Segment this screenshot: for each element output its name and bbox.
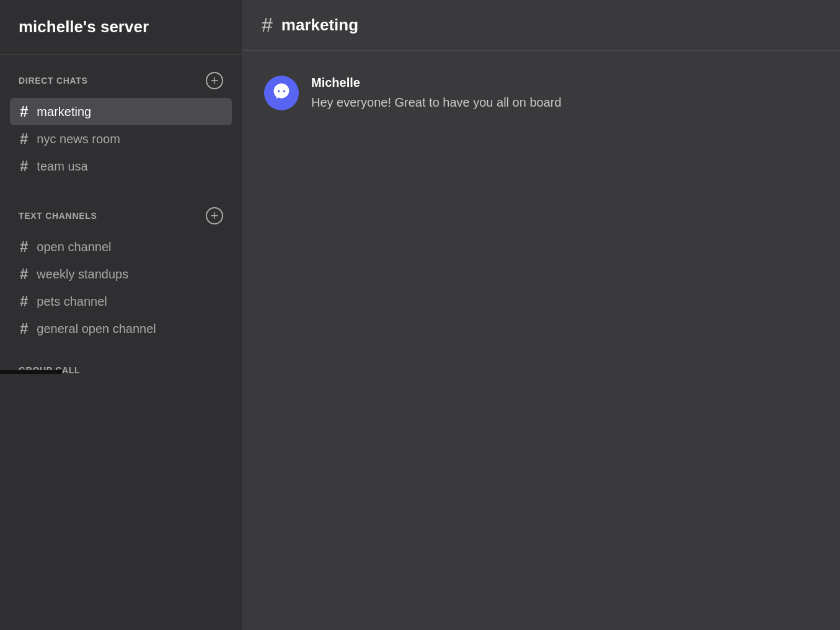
channel-header: # marketing <box>242 0 840 51</box>
channel-item-general-open-channel[interactable]: # general open channel <box>10 315 232 342</box>
channel-item-weekly-standups[interactable]: # weekly standups <box>10 260 232 288</box>
channel-name: nyc news room <box>37 132 120 146</box>
hash-icon: # <box>20 321 28 336</box>
message-text: Hey everyone! Great to have you all on b… <box>311 94 562 111</box>
svg-point-1 <box>283 90 286 92</box>
direct-chats-section-header: DIRECT CHATS + <box>0 55 242 98</box>
channel-item-team-usa[interactable]: # team usa <box>10 153 232 180</box>
hash-icon: # <box>20 294 28 309</box>
channel-name: marketing <box>37 105 91 119</box>
channel-name: team usa <box>37 159 87 174</box>
text-channels-label: TEXT CHANNELS <box>19 211 97 221</box>
arrow-annotation <box>0 361 62 383</box>
message-item: Michelle Hey everyone! Great to have you… <box>264 76 818 111</box>
channel-header-name: marketing <box>281 16 358 35</box>
channel-name: general open channel <box>37 322 156 336</box>
group-call-section: GROUP CALL <box>0 347 242 384</box>
sidebar: michelle's server DIRECT CHATS + # marke… <box>0 0 242 630</box>
direct-channels-list: # marketing # nyc news room # team usa <box>0 98 242 180</box>
message-author: Michelle <box>311 76 562 90</box>
avatar <box>264 76 299 110</box>
channel-name: weekly standups <box>37 267 128 282</box>
channel-header-hash-icon: # <box>262 14 273 37</box>
main-content: # marketing Michelle Hey everyone! Great… <box>242 0 840 630</box>
channel-item-nyc-news-room[interactable]: # nyc news room <box>10 125 232 153</box>
channel-item-pets-channel[interactable]: # pets channel <box>10 288 232 315</box>
text-channels-list: # open channel # weekly standups # pets … <box>0 233 242 342</box>
channel-name: open channel <box>37 240 111 254</box>
hash-icon: # <box>20 131 28 146</box>
hash-icon: # <box>20 159 28 174</box>
server-header: michelle's server <box>0 0 242 55</box>
channel-item-open-channel[interactable]: # open channel <box>10 233 232 260</box>
direct-chats-label: DIRECT CHATS <box>19 76 88 86</box>
svg-point-0 <box>278 90 280 92</box>
hash-icon: # <box>20 267 28 282</box>
messages-area: Michelle Hey everyone! Great to have you… <box>242 51 840 630</box>
hash-icon: # <box>20 104 28 119</box>
add-text-channel-button[interactable]: + <box>206 207 223 224</box>
channel-name: pets channel <box>37 295 107 309</box>
text-channels-section-header: TEXT CHANNELS + <box>0 190 242 233</box>
arrow-line <box>0 370 62 374</box>
server-title: michelle's server <box>19 17 149 36</box>
message-content: Michelle Hey everyone! Great to have you… <box>311 76 562 111</box>
add-direct-chat-button[interactable]: + <box>206 72 223 89</box>
channel-item-marketing[interactable]: # marketing <box>10 98 232 125</box>
hash-icon: # <box>20 239 28 254</box>
discord-icon <box>272 81 291 105</box>
